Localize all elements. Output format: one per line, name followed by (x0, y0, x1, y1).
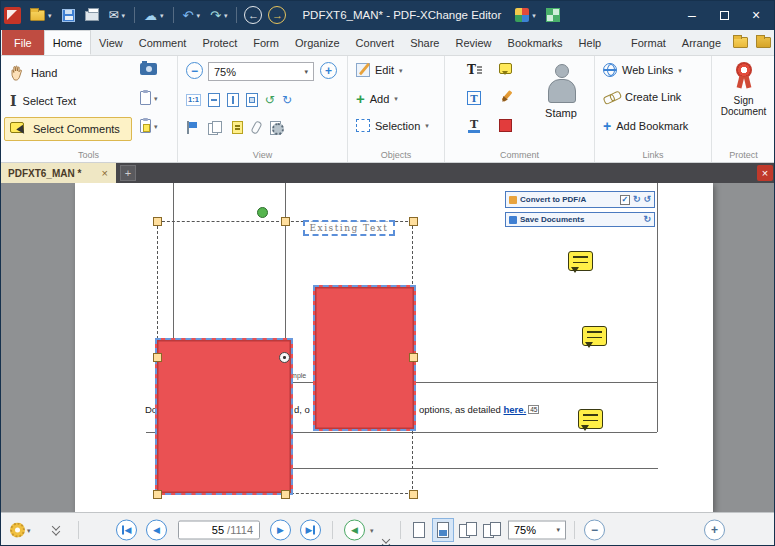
bookmarks-pane-icon[interactable] (186, 121, 198, 134)
fit-width-icon[interactable] (208, 93, 220, 107)
create-link-button[interactable]: Create Link (603, 91, 681, 103)
close-pane-button[interactable]: × (757, 165, 773, 181)
edit-objects-button[interactable]: Edit▾ (356, 63, 402, 77)
thumbnails-pane-icon[interactable] (208, 121, 222, 134)
minimize-button[interactable]: – (677, 3, 707, 27)
sticky-note-comment[interactable] (578, 409, 603, 429)
tab-protect[interactable]: Protect (194, 30, 245, 55)
view-mode-continuous-button[interactable] (480, 518, 502, 542)
tab-comment[interactable]: Comment (131, 30, 195, 55)
view-mode-two-pages-button[interactable] (456, 518, 478, 542)
fit-page-icon[interactable] (246, 93, 258, 107)
sticky-note-comment[interactable] (568, 251, 593, 271)
tab-organize[interactable]: Organize (287, 30, 348, 55)
snapshot-button[interactable] (140, 63, 157, 75)
tab-form[interactable]: Form (245, 30, 287, 55)
tab-review[interactable]: Review (447, 30, 499, 55)
red-rectangle-annotation-1[interactable] (313, 285, 416, 431)
quick-launch-button-1[interactable] (729, 30, 752, 55)
existing-text-annotation[interactable]: Existing Text (303, 220, 395, 236)
sign-document-button[interactable]: Sign Document (716, 62, 771, 117)
selection-handle[interactable] (153, 353, 162, 362)
clipboard-options-button[interactable]: ▾ (140, 119, 158, 133)
tab-file[interactable]: File (2, 30, 44, 55)
save-button[interactable] (58, 7, 79, 24)
properties-pane-icon[interactable] (270, 121, 284, 134)
zoom-out-button[interactable]: − (584, 519, 605, 540)
tab-view[interactable]: View (91, 30, 131, 55)
previous-view-button[interactable]: ◀ (344, 519, 365, 540)
email-button[interactable]: ✉▾ (105, 7, 130, 23)
redo-button[interactable]: ↷▾ (206, 7, 231, 24)
undo-button[interactable]: ↶▾ (179, 7, 204, 24)
text-box-tool-button[interactable]: T (467, 91, 481, 105)
selection-handle[interactable] (409, 490, 418, 499)
tab-bookmarks[interactable]: Bookmarks (500, 30, 571, 55)
plugins-button[interactable]: ▾ (511, 6, 540, 24)
rectangle-tool-button[interactable] (499, 119, 512, 132)
pdf-page[interactable]: Convert to PDF/A ✓ ↻ ↺ Save Documents ↻ … (75, 183, 713, 512)
nav-forward-button[interactable]: → (268, 6, 286, 24)
red-rectangle-annotation-2[interactable] (155, 338, 293, 495)
zoom-in-ribbon-button[interactable]: + (320, 62, 337, 79)
cloud-button[interactable]: ☁▾ (140, 7, 168, 24)
quick-launch-button-2[interactable] (752, 30, 775, 55)
actual-size-icon[interactable]: 1:1 (186, 94, 201, 106)
collapse-statusbar-button[interactable] (52, 523, 62, 536)
add-bookmark-button[interactable]: +Add Bookmark (603, 119, 688, 133)
rotate-right-icon[interactable]: ↻ (282, 94, 292, 106)
more-navigation-button[interactable] (382, 536, 392, 546)
tab-help[interactable]: Help (571, 30, 610, 55)
zoom-level-select[interactable]: 75%▾ (208, 62, 314, 81)
add-objects-button[interactable]: +Add▾ (356, 91, 398, 106)
selection-handle[interactable] (153, 217, 162, 226)
zoom-select[interactable]: 75%▾ (508, 520, 566, 539)
attachments-pane-icon[interactable] (250, 120, 262, 135)
rotate-left-icon[interactable]: ↺ (265, 94, 275, 106)
sticky-note-tool-button[interactable] (499, 63, 512, 74)
first-page-button[interactable]: ◀ (116, 519, 137, 540)
document-tab[interactable]: PDFXT6_MAN * × (0, 163, 116, 183)
sessions-button[interactable] (542, 6, 564, 24)
pencil-tool-button[interactable] (499, 91, 513, 105)
callout-tool-button[interactable]: T (467, 119, 481, 133)
options-button[interactable]: ▾ (10, 522, 31, 537)
tab-home[interactable]: Home (44, 30, 91, 55)
web-links-button[interactable]: Web Links▾ (603, 63, 682, 77)
print-button[interactable] (81, 7, 103, 23)
previous-page-button[interactable]: ◀ (146, 519, 167, 540)
selection-button[interactable]: Selection▾ (356, 119, 429, 132)
green-endpoint-handle[interactable] (257, 207, 268, 218)
zoom-out-ribbon-button[interactable]: − (186, 62, 203, 79)
paste-button[interactable]: ▾ (140, 91, 158, 105)
view-mode-single-button[interactable] (408, 518, 430, 542)
selection-handle[interactable] (153, 490, 162, 499)
open-file-button[interactable]: ▾ (26, 8, 56, 23)
select-comments-tool-button[interactable]: Select Comments (4, 117, 132, 141)
fit-height-icon[interactable] (227, 93, 239, 107)
tab-arrange[interactable]: Arrange (674, 30, 729, 55)
tab-format[interactable]: Format (623, 30, 674, 55)
close-button[interactable]: × (741, 3, 771, 27)
sticky-note-comment[interactable] (582, 326, 607, 346)
selection-handle[interactable] (281, 217, 290, 226)
last-page-button[interactable]: ▶ (300, 519, 321, 540)
page-ref-badge[interactable]: 45 (528, 405, 539, 414)
view-mode-fit-button[interactable] (432, 518, 454, 542)
selection-handle[interactable] (409, 217, 418, 226)
view-history-caret[interactable]: ▾ (370, 526, 374, 533)
tab-close-icon[interactable]: × (102, 168, 108, 179)
hand-tool-button[interactable]: Hand (4, 61, 128, 85)
here-link[interactable]: here. (504, 404, 527, 415)
selection-handle[interactable] (281, 490, 290, 499)
tab-convert[interactable]: Convert (348, 30, 403, 55)
next-page-button[interactable]: ▶ (270, 519, 291, 540)
nav-back-button[interactable]: ← (244, 6, 262, 24)
select-text-tool-button[interactable]: I Select Text (4, 89, 128, 113)
stamp-button[interactable]: Stamp (533, 62, 589, 119)
selection-handle[interactable] (409, 353, 418, 362)
maximize-button[interactable] (709, 3, 739, 27)
selection-center-handle[interactable] (279, 352, 290, 363)
comments-pane-icon[interactable] (232, 121, 243, 134)
tab-share[interactable]: Share (402, 30, 447, 55)
